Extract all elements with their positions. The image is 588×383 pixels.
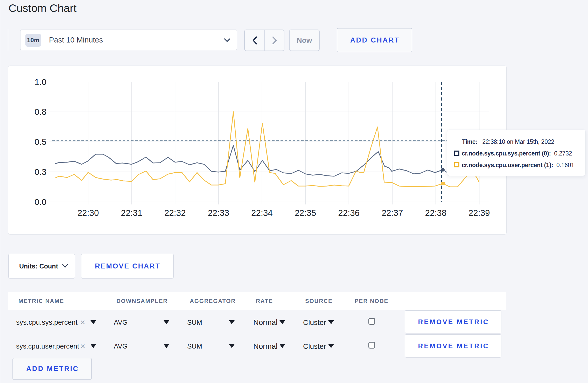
svg-text:22:37: 22:37: [382, 208, 403, 218]
svg-text:0.5: 0.5: [34, 137, 46, 147]
svg-text:1.0: 1.0: [34, 77, 46, 87]
svg-text:22:31: 22:31: [121, 208, 142, 218]
svg-text:0.8: 0.8: [34, 107, 46, 117]
svg-text:22:38: 22:38: [425, 208, 447, 218]
svg-text:22:30: 22:30: [78, 208, 99, 218]
svg-text:22:34: 22:34: [251, 208, 273, 218]
svg-text:22:33: 22:33: [208, 208, 229, 218]
svg-text:22:39: 22:39: [468, 208, 490, 218]
svg-text:0.0: 0.0: [34, 197, 46, 207]
svg-text:0.3: 0.3: [34, 167, 46, 177]
svg-text:22:32: 22:32: [164, 208, 186, 218]
svg-text:22:36: 22:36: [338, 208, 360, 218]
svg-text:22:35: 22:35: [295, 208, 316, 218]
